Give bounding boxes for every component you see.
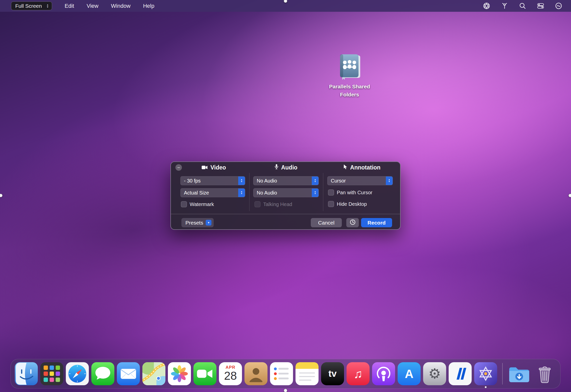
- dock-divider: [502, 363, 503, 384]
- column-divider: [323, 173, 323, 211]
- dock-messages-icon[interactable]: [91, 362, 114, 385]
- select-stepper-icon: ▲▼: [238, 176, 245, 185]
- dock-downloads-folder-icon[interactable]: [508, 362, 531, 385]
- watermark-label: Watermark: [190, 202, 214, 207]
- watermark-checkbox[interactable]: Watermark: [181, 201, 214, 207]
- annotation-mode-select[interactable]: Cursor ▲▼: [327, 176, 393, 185]
- dock-calendar-icon[interactable]: APR 28: [219, 362, 242, 385]
- user-menu-icon[interactable]: [555, 3, 562, 10]
- running-indicator: [485, 386, 487, 388]
- calendar-day: 28: [224, 370, 237, 381]
- resize-handle-right[interactable]: [568, 194, 571, 197]
- select-stepper-icon: ▲▼: [238, 188, 245, 197]
- dock-apple-tv-icon[interactable]: tv: [321, 362, 344, 385]
- column-divider: [249, 173, 249, 211]
- aperture-icon[interactable]: [483, 3, 490, 10]
- clock-icon: [350, 219, 356, 226]
- annotation-section-title: Annotation: [323, 164, 401, 171]
- record-label: Record: [368, 220, 386, 226]
- dock-finder-icon[interactable]: [15, 362, 38, 385]
- checkbox-box: [328, 201, 334, 207]
- pan-with-cursor-checkbox[interactable]: Pan with Cursor: [328, 189, 372, 195]
- dock-music-icon[interactable]: ♫: [347, 362, 370, 385]
- dock-screen-recorder-icon[interactable]: [474, 362, 497, 385]
- dock-notes-icon[interactable]: [296, 362, 319, 385]
- recording-options-panel: − Video Audio Annotation - 30 fps ▲▼: [170, 161, 401, 230]
- fps-select-value: - 30 fps: [181, 178, 238, 184]
- menu-bar-left: Full Screen ▲▼ Edit View Window Help: [0, 2, 154, 10]
- dock-reminders-icon[interactable]: [270, 362, 293, 385]
- audio-source-value: No Audio: [253, 178, 312, 184]
- app-store-logo: A: [405, 367, 414, 381]
- checkbox-box: [254, 201, 260, 207]
- menu-bar-status-icons: [483, 3, 571, 10]
- tv-logo: tv: [329, 368, 337, 379]
- gear-icon: ⚙: [428, 367, 441, 381]
- pan-with-cursor-label: Pan with Cursor: [337, 190, 372, 195]
- dock-mail-icon[interactable]: [117, 362, 140, 385]
- dock-trash-icon[interactable]: [533, 362, 556, 385]
- dock-photos-icon[interactable]: [168, 362, 191, 385]
- presets-label: Presets: [185, 220, 203, 226]
- system-audio-value: No Audio: [253, 190, 312, 196]
- checkbox-box: [181, 201, 187, 207]
- system-audio-select[interactable]: No Audio ▲▼: [253, 188, 319, 197]
- chevron-down-icon: ▼: [206, 220, 211, 226]
- annotation-mode-value: Cursor: [328, 178, 386, 184]
- video-camera-icon: [202, 164, 208, 171]
- menu-view[interactable]: View: [87, 3, 98, 9]
- capture-tool-icon[interactable]: [501, 3, 508, 10]
- fullscreen-popup-label: Full Screen: [15, 3, 42, 9]
- dock-facetime-icon[interactable]: [193, 362, 216, 385]
- desktop-icon-parallels-shared-folders[interactable]: Parallels Shared Folders: [325, 52, 375, 98]
- shared-folders-book-icon: [336, 52, 364, 80]
- footer-divider: [171, 214, 400, 214]
- cancel-button[interactable]: Cancel: [311, 218, 342, 227]
- cursor-icon: [344, 164, 347, 171]
- audio-section-title: Audio: [249, 164, 323, 171]
- talking-head-label: Talking Head: [263, 202, 292, 207]
- fps-select[interactable]: - 30 fps ▲▼: [180, 176, 245, 185]
- desktop-icon-label: Parallels Shared Folders: [325, 83, 375, 98]
- menu-help[interactable]: Help: [143, 3, 154, 9]
- fullscreen-popup-button[interactable]: Full Screen ▲▼: [11, 2, 52, 10]
- hide-desktop-label: Hide Desktop: [337, 201, 367, 207]
- microphone-icon: [275, 164, 278, 171]
- desktop: Full Screen ▲▼ Edit View Window Help: [0, 0, 571, 392]
- video-section-title: Video: [178, 164, 249, 171]
- checkbox-box: [328, 189, 334, 195]
- dock: APR 28 tv ♫ A ⚙: [11, 359, 560, 388]
- dock-podcasts-icon[interactable]: [372, 362, 395, 385]
- menu-edit[interactable]: Edit: [65, 3, 74, 9]
- audio-source-select[interactable]: No Audio ▲▼: [253, 176, 319, 185]
- select-stepper-icon: ▲▼: [386, 176, 393, 185]
- search-icon[interactable]: [519, 3, 526, 10]
- menu-window[interactable]: Window: [111, 3, 130, 9]
- dock-maps-icon[interactable]: [142, 362, 165, 385]
- dock-system-preferences-icon[interactable]: ⚙: [423, 362, 446, 385]
- control-center-icon[interactable]: [537, 3, 544, 10]
- dock-launchpad-icon[interactable]: [40, 362, 63, 385]
- dock-contacts-icon[interactable]: [244, 362, 267, 385]
- select-stepper-icon: ▲▼: [312, 176, 319, 185]
- cancel-label: Cancel: [318, 220, 334, 226]
- timer-button[interactable]: [346, 218, 359, 227]
- chevron-up-down-icon: ▲▼: [45, 3, 50, 9]
- dock-parallels-desktop-icon[interactable]: [449, 362, 472, 385]
- select-stepper-icon: ▲▼: [312, 188, 319, 197]
- hide-desktop-checkbox[interactable]: Hide Desktop: [328, 201, 367, 207]
- record-button[interactable]: Record: [361, 218, 392, 227]
- resize-handle-bottom[interactable]: [284, 389, 287, 392]
- presets-button[interactable]: Presets ▼: [181, 218, 214, 227]
- dock-safari-icon[interactable]: [66, 362, 89, 385]
- dock-app-store-icon[interactable]: A: [398, 362, 421, 385]
- talking-head-checkbox: Talking Head: [254, 201, 292, 207]
- size-select[interactable]: Actual Size ▲▼: [180, 188, 245, 197]
- music-note-icon: ♫: [354, 367, 363, 381]
- size-select-value: Actual Size: [181, 190, 238, 196]
